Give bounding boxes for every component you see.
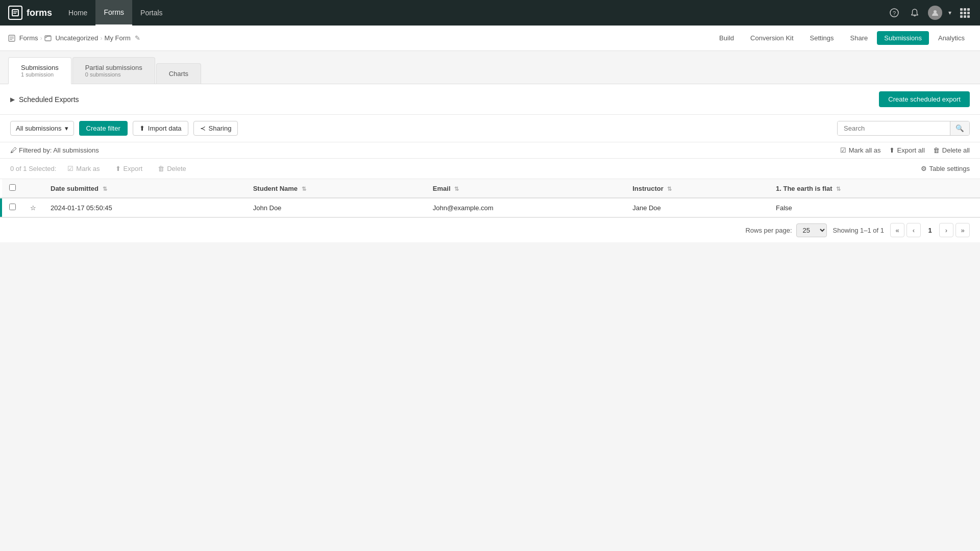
table-row: ☆ 2024-01-17 05:50:45 John Doe John@exam… [0, 198, 980, 217]
bulk-export-icon: ⬆ [115, 165, 121, 172]
nav-share[interactable]: Share [843, 31, 875, 45]
settings-icon: ⚙ [921, 165, 927, 172]
bulk-mark-as-button[interactable]: ☑ Mark as [62, 163, 105, 174]
nav-forms[interactable]: Forms [95, 0, 132, 26]
export-all-icon: ⬆ [889, 146, 895, 154]
logo-text: forms [27, 8, 52, 18]
rows-per-page: Rows per page: 25 50 100 [745, 223, 826, 237]
sharing-icon: ≺ [200, 124, 206, 132]
nav-submissions[interactable]: Submissions [877, 31, 929, 45]
export-all-button[interactable]: ⬆ Export all [889, 146, 925, 154]
nav-analytics[interactable]: Analytics [931, 31, 972, 45]
scheduled-exports-toggle[interactable]: ▶ Scheduled Exports [10, 95, 79, 104]
svg-text:?: ? [893, 10, 896, 16]
date-sort-icon: ⇅ [103, 186, 107, 192]
breadcrumb: Forms › Uncategorized › My Form ✎ [8, 34, 140, 42]
pagination-row: Rows per page: 25 50 100 Showing 1–1 of … [0, 217, 980, 242]
logo-icon [8, 6, 22, 20]
select-all-input[interactable] [9, 184, 16, 191]
tab-partial-submissions[interactable]: Partial submissions 0 submissions [72, 57, 155, 84]
breadcrumb-uncategorized[interactable]: Uncategorized [44, 34, 98, 42]
edit-form-name-icon[interactable]: ✎ [135, 34, 140, 42]
search-button[interactable]: 🔍 [950, 121, 969, 135]
rows-per-page-select[interactable]: 25 50 100 [796, 223, 827, 237]
filter-tag: 🖊 Filtered by: All submissions [10, 146, 99, 154]
nav-home[interactable]: Home [60, 0, 95, 26]
filter-info-row: 🖊 Filtered by: All submissions ☑ Mark al… [0, 142, 980, 159]
col-instructor[interactable]: Instructor ⇅ [625, 179, 769, 198]
page-navigation: « ‹ 1 › » [890, 223, 970, 237]
top-nav-right: ? ▾ [887, 6, 972, 20]
scheduled-exports-label: Scheduled Exports [19, 95, 79, 104]
bulk-delete-button[interactable]: 🗑 Delete [153, 163, 191, 174]
prev-page-button[interactable]: ‹ [906, 223, 921, 237]
cell-earth-flat: False [769, 198, 980, 217]
cell-date-submitted: 2024-01-17 05:50:45 [43, 198, 246, 217]
col-student-name[interactable]: Student Name ⇅ [246, 179, 426, 198]
next-page-button[interactable]: › [939, 223, 953, 237]
search-area: 🔍 [837, 121, 970, 136]
row-star[interactable]: ☆ [23, 198, 43, 217]
tab-charts[interactable]: Charts [156, 63, 201, 84]
current-page: 1 [923, 223, 937, 237]
table-settings-button[interactable]: ⚙ Table settings [921, 165, 970, 172]
instructor-sort-icon: ⇅ [667, 186, 672, 192]
chevron-right-icon: ▶ [10, 96, 15, 103]
dropdown-arrow-icon: ▾ [65, 124, 68, 132]
nav-build[interactable]: Build [712, 31, 741, 45]
filter-actions: ☑ Mark all as ⬆ Export all 🗑 Delete all [840, 146, 970, 154]
showing-text: Showing 1–1 of 1 [833, 227, 884, 234]
delete-all-button[interactable]: 🗑 Delete all [933, 146, 970, 154]
filter-bar: All submissions ▾ Create filter ⬆ Import… [0, 115, 980, 142]
svg-rect-0 [12, 10, 18, 16]
scheduled-exports-bar: ▶ Scheduled Exports Create scheduled exp… [0, 84, 980, 115]
nav-conversion-kit[interactable]: Conversion Kit [743, 31, 801, 45]
user-avatar[interactable] [928, 6, 942, 20]
filter-label: Filtered by: All submissions [19, 146, 99, 154]
col-date-submitted[interactable]: Date submitted ⇅ [43, 179, 246, 198]
avatar-dropdown[interactable]: ▾ [948, 9, 951, 16]
delete-all-icon: 🗑 [933, 146, 940, 154]
nav-portals[interactable]: Portals [132, 0, 171, 26]
mark-icon: ☑ [840, 146, 846, 154]
logo[interactable]: forms [8, 6, 52, 20]
row-checkbox[interactable] [9, 204, 16, 210]
breadcrumb-forms[interactable]: Forms [8, 34, 38, 42]
mark-all-as-button[interactable]: ☑ Mark all as [840, 146, 881, 154]
filter-icon: 🖊 [10, 146, 17, 154]
col-earth-flat[interactable]: 1. The earth is flat ⇅ [769, 179, 980, 198]
grid-menu-icon[interactable] [958, 6, 972, 20]
import-data-button[interactable]: ⬆ Import data [133, 121, 188, 136]
select-all-checkbox[interactable] [2, 179, 23, 198]
tabs-bar: Submissions 1 submission Partial submiss… [0, 51, 980, 84]
student-sort-icon: ⇅ [302, 186, 306, 192]
import-icon: ⬆ [139, 124, 145, 132]
last-page-button[interactable]: » [955, 223, 970, 237]
help-icon[interactable]: ? [887, 6, 901, 20]
nav-settings[interactable]: Settings [803, 31, 841, 45]
bulk-delete-icon: 🗑 [158, 165, 164, 172]
create-filter-button[interactable]: Create filter [79, 121, 128, 136]
row-checkbox-cell[interactable] [2, 198, 23, 217]
tab-submissions[interactable]: Submissions 1 submission [8, 57, 71, 84]
breadcrumb-my-form[interactable]: My Form [105, 34, 131, 42]
create-scheduled-export-button[interactable]: Create scheduled export [879, 91, 970, 107]
all-submissions-dropdown[interactable]: All submissions ▾ [10, 121, 74, 136]
selected-count: 0 of 1 Selected: [10, 165, 56, 172]
cell-instructor: Jane Doe [625, 198, 769, 217]
submissions-table: Date submitted ⇅ Student Name ⇅ Email ⇅ … [0, 179, 980, 217]
search-input[interactable] [838, 121, 950, 135]
main-content: ▶ Scheduled Exports Create scheduled exp… [0, 84, 980, 242]
bulk-mark-icon: ☑ [67, 165, 74, 172]
search-box: 🔍 [837, 121, 970, 136]
col-email[interactable]: Email ⇅ [426, 179, 625, 198]
cell-email: John@example.com [426, 198, 625, 217]
first-page-button[interactable]: « [890, 223, 904, 237]
notifications-icon[interactable] [908, 6, 922, 20]
sharing-button[interactable]: ≺ Sharing [193, 121, 238, 136]
sub-nav-links: Build Conversion Kit Settings Share Subm… [712, 31, 972, 45]
rows-per-page-label: Rows per page: [745, 227, 792, 234]
star-header [23, 179, 43, 198]
email-sort-icon: ⇅ [454, 186, 459, 192]
bulk-export-button[interactable]: ⬆ Export [110, 163, 148, 174]
